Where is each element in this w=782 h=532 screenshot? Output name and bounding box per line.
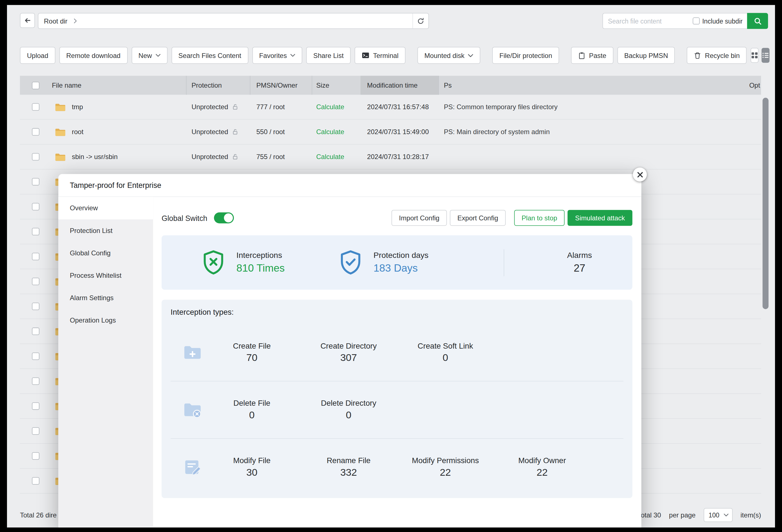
include-subdir-checkbox[interactable] bbox=[692, 17, 700, 24]
modification-time: 2024/07/31 16:57:48 bbox=[361, 94, 439, 119]
row-checkbox[interactable] bbox=[32, 128, 39, 136]
grid-view-button[interactable] bbox=[751, 48, 758, 63]
calculate-link[interactable]: Calculate bbox=[316, 103, 344, 111]
include-subdir-option[interactable]: Include subdir bbox=[692, 17, 743, 25]
row-checkbox[interactable] bbox=[32, 228, 39, 235]
row-options bbox=[716, 269, 761, 294]
upload-button[interactable]: Upload bbox=[20, 47, 55, 64]
row-checkbox[interactable] bbox=[32, 153, 39, 161]
folder-icon bbox=[55, 103, 66, 111]
list-view-button[interactable] bbox=[761, 48, 770, 63]
search-files-content-button[interactable]: Search Files Content bbox=[171, 47, 248, 64]
file-dir-protection-button[interactable]: File/Dir protection bbox=[492, 47, 559, 64]
back-button[interactable] bbox=[20, 13, 35, 28]
search-input[interactable] bbox=[608, 17, 689, 25]
breadcrumb-bar[interactable]: Root dir bbox=[38, 13, 429, 29]
type-stat: Create File 70 bbox=[203, 341, 300, 363]
row-checkbox[interactable] bbox=[32, 253, 39, 260]
column-file-name[interactable]: File name bbox=[47, 76, 186, 95]
clipboard-icon bbox=[578, 51, 586, 59]
vertical-scrollbar[interactable] bbox=[763, 98, 769, 309]
calculate-link[interactable]: Calculate bbox=[316, 128, 344, 136]
backup-pmsn-button[interactable]: Backup PMSN bbox=[617, 47, 675, 64]
column-modification-time[interactable]: Modification time bbox=[361, 76, 439, 95]
plan-to-stop-button[interactable]: Plan to stop bbox=[514, 210, 565, 226]
breadcrumb[interactable]: Root dir bbox=[44, 17, 68, 25]
recycle-bin-button[interactable]: Recycle bin bbox=[687, 47, 747, 64]
type-stat: Delete Directory 0 bbox=[300, 399, 397, 421]
protection-status: Unprotected bbox=[191, 153, 228, 161]
modal-nav-item[interactable]: Protection List bbox=[58, 219, 153, 242]
global-switch-label: Global Switch bbox=[162, 214, 207, 222]
terminal-button[interactable]: Terminal bbox=[355, 47, 405, 64]
type-label: Delete Directory bbox=[300, 399, 397, 408]
row-checkbox[interactable] bbox=[32, 178, 39, 186]
simulated-attack-button[interactable]: Simulated attack bbox=[568, 210, 633, 226]
share-list-button[interactable]: Share List bbox=[307, 47, 351, 64]
type-value: 30 bbox=[203, 467, 300, 478]
modal-nav-item[interactable]: Global Config bbox=[58, 242, 153, 264]
row-checkbox[interactable] bbox=[32, 278, 39, 285]
row-options bbox=[716, 294, 761, 319]
table-header: File name Protection PMSN/Owner Size Mod… bbox=[20, 76, 761, 95]
row-checkbox[interactable] bbox=[32, 377, 39, 385]
column-ps[interactable]: Ps bbox=[439, 76, 579, 95]
row-checkbox[interactable] bbox=[32, 452, 39, 460]
select-all-checkbox[interactable] bbox=[32, 81, 39, 89]
include-subdir-label: Include subdir bbox=[702, 17, 743, 25]
row-checkbox[interactable] bbox=[32, 103, 39, 111]
modal-header: Tamper-proof for Enterprise bbox=[58, 174, 641, 197]
new-button[interactable]: New bbox=[131, 47, 167, 64]
column-pmsn-owner[interactable]: PMSN/Owner bbox=[250, 76, 312, 95]
paste-button[interactable]: Paste bbox=[571, 47, 613, 64]
row-options bbox=[716, 369, 761, 393]
row-checkbox[interactable] bbox=[32, 203, 39, 211]
chevron-down-icon bbox=[155, 54, 161, 57]
modal-nav-item[interactable]: Operation Logs bbox=[58, 309, 153, 332]
unlock-icon[interactable] bbox=[232, 104, 238, 110]
row-checkbox[interactable] bbox=[32, 328, 39, 335]
calculate-link[interactable]: Calculate bbox=[316, 153, 344, 161]
row-options bbox=[716, 419, 761, 443]
search-box: Include subdir bbox=[602, 13, 747, 29]
favorites-button[interactable]: Favorites bbox=[252, 47, 302, 64]
chevron-down-icon bbox=[468, 53, 474, 57]
row-checkbox[interactable] bbox=[32, 402, 39, 410]
refresh-icon bbox=[417, 17, 425, 25]
import-config-button[interactable]: Import Config bbox=[392, 210, 447, 226]
row-options bbox=[716, 394, 761, 418]
ps-note: PS: Common temporary files directory bbox=[439, 94, 579, 119]
refresh-button[interactable] bbox=[413, 13, 429, 28]
column-protection[interactable]: Protection bbox=[186, 76, 250, 95]
search-button[interactable] bbox=[747, 13, 768, 29]
type-value: 22 bbox=[397, 467, 494, 478]
modal-nav-item[interactable]: Overview bbox=[58, 197, 153, 219]
delete-file-icon bbox=[171, 400, 204, 420]
row-checkbox[interactable] bbox=[32, 303, 39, 310]
create-file-icon bbox=[171, 342, 204, 362]
modification-time: 2024/07/31 15:49:00 bbox=[361, 120, 439, 144]
close-icon[interactable] bbox=[633, 167, 647, 182]
page-size-select[interactable]: 100 bbox=[704, 508, 733, 522]
file-name[interactable]: tmp bbox=[72, 103, 83, 111]
row-checkbox[interactable] bbox=[32, 477, 39, 485]
modal-content: Global Switch Import Config Export Confi… bbox=[153, 197, 641, 527]
export-config-button[interactable]: Export Config bbox=[450, 210, 505, 226]
row-checkbox[interactable] bbox=[32, 427, 39, 435]
unlock-icon[interactable] bbox=[232, 128, 238, 135]
modal-nav-item[interactable]: Alarm Settings bbox=[58, 287, 153, 309]
mounted-disk-button[interactable]: Mounted disk bbox=[417, 47, 481, 64]
remote-download-button[interactable]: Remote download bbox=[59, 47, 128, 64]
modal-nav-item[interactable]: Process Whitelist bbox=[58, 264, 153, 287]
type-label: Delete File bbox=[203, 399, 300, 408]
row-checkbox[interactable] bbox=[32, 352, 39, 360]
row-options bbox=[716, 94, 761, 119]
file-name[interactable]: root bbox=[72, 128, 83, 136]
modify-types-row: Modify File 30 Rename File 332 Modify Pe… bbox=[171, 438, 624, 496]
trash-icon bbox=[694, 51, 702, 59]
column-size[interactable]: Size bbox=[312, 76, 361, 95]
global-switch-toggle[interactable] bbox=[214, 213, 234, 223]
terminal-icon bbox=[362, 51, 369, 59]
file-name[interactable]: sbin -> usr/sbin bbox=[72, 153, 118, 161]
unlock-icon[interactable] bbox=[232, 153, 238, 160]
